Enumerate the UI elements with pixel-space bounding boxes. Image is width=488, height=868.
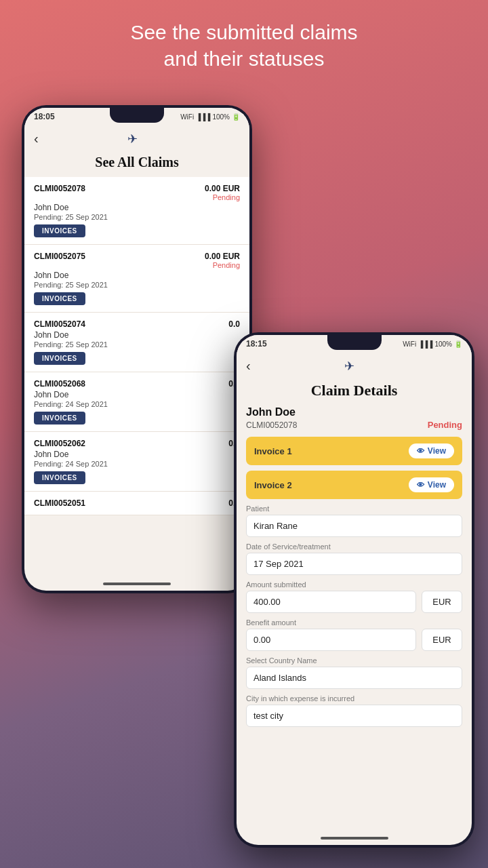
claim-pending-1: Pending: 25 Sep 2021 bbox=[34, 281, 240, 289]
phone2-logo-icon: ✈ bbox=[344, 359, 354, 374]
invoice-label-0: Invoice 1 bbox=[254, 446, 292, 456]
claim-item-2: CLMI0052074 0.0 John Doe Pending: 25 Sep… bbox=[24, 313, 249, 372]
claim-id-3: CLMI0052068 bbox=[34, 379, 85, 389]
claim-amount-2: 0.0 bbox=[228, 319, 240, 329]
field-city-value: test city bbox=[246, 705, 462, 727]
claim-status-1: Pending bbox=[205, 261, 240, 269]
field-amount-value: 400.00 bbox=[246, 591, 416, 613]
claim-id-4: CLMI0052062 bbox=[34, 439, 85, 448]
invoice-card-0: Invoice 1 👁 View bbox=[246, 437, 462, 465]
field-amount: Amount submitted 400.00 EUR bbox=[246, 580, 462, 613]
field-patient-value: Kiran Rane bbox=[246, 515, 462, 537]
invoices-btn-0[interactable]: INVOICES bbox=[34, 224, 85, 237]
claimant-name: John Doe bbox=[246, 406, 462, 418]
phone1-status-icons: WiFi▐▐▐100%🔋 bbox=[180, 113, 240, 121]
claim-pending-0: Pending: 25 Sep 2021 bbox=[34, 213, 240, 221]
invoices-btn-1[interactable]: INVOICES bbox=[34, 292, 85, 305]
claim-item-4: CLMI0052062 0.0 John Doe Pending: 24 Sep… bbox=[24, 432, 249, 492]
eye-icon-1: 👁 bbox=[417, 481, 424, 489]
claim-item-5: CLMI0052051 0.0 bbox=[24, 492, 249, 515]
phone1-logo-icon: ✈ bbox=[127, 132, 138, 146]
phone1-bottom-bar bbox=[103, 583, 171, 585]
field-benefit-currency: EUR bbox=[422, 629, 462, 651]
claim-name-2: John Doe bbox=[34, 330, 240, 340]
field-date-label: Date of Service/treatment bbox=[246, 542, 462, 551]
claim-status-0: Pending bbox=[205, 193, 240, 201]
phone2-time: 18:15 bbox=[246, 339, 267, 349]
field-city: City in which expense is incurred test c… bbox=[246, 694, 462, 727]
phone2-back-btn[interactable]: ‹ bbox=[246, 358, 251, 374]
phone1-screen-title: See All Claims bbox=[24, 152, 249, 177]
phone2-bottom-bar bbox=[321, 837, 388, 840]
field-benefit-value: 0.00 bbox=[246, 629, 416, 651]
phone2-nav: ‹ ✈ bbox=[237, 353, 472, 379]
field-patient: Patient Kiran Rane bbox=[246, 505, 462, 537]
invoices-btn-3[interactable]: INVOICES bbox=[34, 412, 85, 425]
phone2-notch bbox=[327, 335, 382, 350]
view-btn-1[interactable]: 👁 View bbox=[409, 477, 454, 492]
view-btn-label-1: View bbox=[428, 480, 446, 490]
field-amount-label: Amount submitted bbox=[246, 580, 462, 589]
claim-detail-status: Pending bbox=[428, 420, 462, 430]
phone2-screen-title: Claim Details bbox=[237, 379, 472, 406]
phone1-device: 18:05 WiFi▐▐▐100%🔋 ‹ ✈ See All Claims CL… bbox=[22, 105, 252, 593]
phone1-claim-list: CLMI0052078 0.00 EUR Pending John Doe Pe… bbox=[24, 177, 249, 515]
field-country: Select Country Name Aland Islands bbox=[246, 656, 462, 689]
claim-amount-1: 0.00 EUR bbox=[205, 252, 240, 261]
field-date-value: 17 Sep 2021 bbox=[246, 553, 462, 575]
header-text: See the submitted claimsand their status… bbox=[0, 0, 488, 85]
claim-pending-4: Pending: 24 Sep 2021 bbox=[34, 460, 240, 468]
claim-detail-id: CLMI0052078 bbox=[246, 420, 297, 430]
field-country-value: Aland Islands bbox=[246, 667, 462, 689]
claim-pending-3: Pending: 24 Sep 2021 bbox=[34, 400, 240, 408]
claim-item-1: CLMI0052075 0.00 EUR Pending John Doe Pe… bbox=[24, 245, 249, 313]
view-btn-label-0: View bbox=[428, 446, 446, 456]
claim-id-5: CLMI0052051 bbox=[34, 498, 85, 508]
field-amount-currency: EUR bbox=[422, 591, 462, 613]
phone2-status-icons: WiFi▐▐▐100%🔋 bbox=[403, 340, 462, 348]
claim-item-3: CLMI0052068 0.0 John Doe Pending: 24 Sep… bbox=[24, 372, 249, 432]
claim-name-4: John Doe bbox=[34, 450, 240, 459]
claim-id-0: CLMI0052078 bbox=[34, 184, 85, 193]
field-country-label: Select Country Name bbox=[246, 656, 462, 665]
field-date: Date of Service/treatment 17 Sep 2021 bbox=[246, 542, 462, 575]
invoices-btn-4[interactable]: INVOICES bbox=[34, 471, 85, 484]
field-benefit-label: Benefit amount bbox=[246, 618, 462, 627]
claim-name-0: John Doe bbox=[34, 203, 240, 212]
field-city-label: City in which expense is incurred bbox=[246, 694, 462, 703]
claim-pending-2: Pending: 25 Sep 2021 bbox=[34, 340, 240, 349]
phone1-back-btn[interactable]: ‹ bbox=[34, 131, 39, 146]
claim-item-0: CLMI0052078 0.00 EUR Pending John Doe Pe… bbox=[24, 177, 249, 245]
claim-id-2: CLMI0052074 bbox=[34, 319, 85, 329]
invoice-label-1: Invoice 2 bbox=[254, 480, 292, 490]
phone1-notch bbox=[110, 108, 164, 123]
claim-amount-0: 0.00 EUR bbox=[205, 184, 240, 193]
eye-icon-0: 👁 bbox=[417, 447, 424, 455]
claim-id-1: CLMI0052075 bbox=[34, 252, 85, 261]
phone1-time: 18:05 bbox=[34, 112, 55, 121]
invoices-btn-2[interactable]: INVOICES bbox=[34, 352, 85, 365]
phone2-device: 18:15 WiFi▐▐▐100%🔋 ‹ ✈ Claim Details Joh… bbox=[234, 332, 474, 848]
invoice-card-1: Invoice 2 👁 View bbox=[246, 471, 462, 499]
field-patient-label: Patient bbox=[246, 505, 462, 513]
field-benefit: Benefit amount 0.00 EUR bbox=[246, 618, 462, 651]
claim-name-3: John Doe bbox=[34, 390, 240, 399]
view-btn-0[interactable]: 👁 View bbox=[409, 443, 454, 458]
claim-name-1: John Doe bbox=[34, 271, 240, 280]
phone1-nav: ‹ ✈ bbox=[24, 125, 249, 152]
